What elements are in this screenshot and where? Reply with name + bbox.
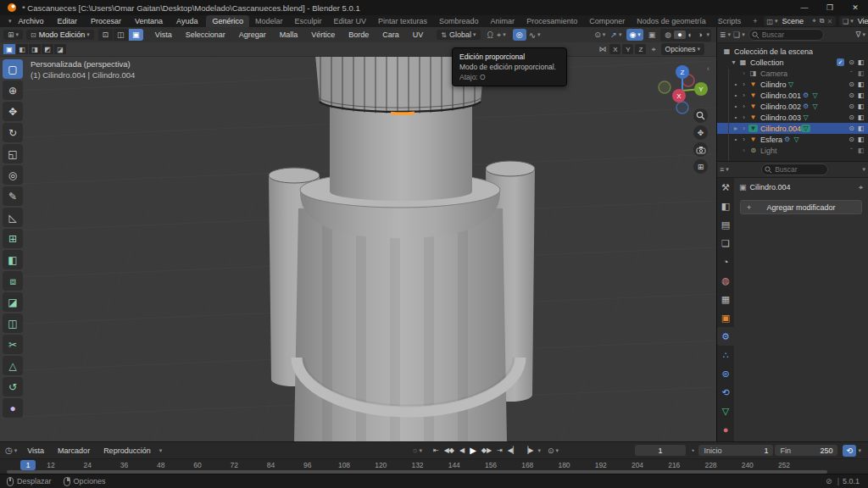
render-visibility-icon[interactable]: ◧ (856, 69, 865, 77)
minimize-button[interactable]: — (792, 3, 817, 12)
viewport-canvas[interactable] (0, 42, 716, 441)
properties-tab-view-layer[interactable]: ❏ (717, 234, 734, 252)
timeline-menu-marcador[interactable]: Marcador (51, 446, 97, 455)
tool-loop-cut[interactable]: ◫ (3, 313, 23, 333)
mesh-data-icon[interactable]: ▽ (801, 114, 810, 121)
object-name[interactable]: Esfera (760, 136, 782, 144)
outliner-search-input[interactable] (748, 29, 824, 41)
disclosure-chevron[interactable]: › (739, 147, 748, 154)
timeline-ruler[interactable]: 1224364860728496108120132144156168180192… (0, 458, 868, 474)
render-visibility-icon[interactable]: ◧ (856, 114, 865, 121)
current-frame-marker[interactable]: 1 (20, 460, 36, 470)
properties-tab-output[interactable]: ▤ (717, 215, 734, 234)
transport-play[interactable]: ▶ (467, 446, 479, 455)
render-visibility-icon[interactable]: ◧ (856, 147, 865, 154)
gizmo-axis-neg-y[interactable] (659, 81, 670, 93)
snap-target[interactable]: ⌖▾ (497, 30, 506, 40)
properties-tab-physics[interactable]: ⊚ (717, 364, 734, 383)
object-name[interactable]: Cilindro.003 (760, 114, 801, 122)
object-name[interactable]: Collection (750, 58, 784, 67)
scene-collection-row[interactable]: ▦ Colección de la escena (717, 46, 868, 57)
network-offline-icon[interactable]: ⊘ (826, 477, 832, 485)
copy-scene-icon[interactable]: ⧉ (820, 17, 825, 25)
vertex-select-mode[interactable]: ⊡ (98, 29, 113, 41)
model-neck[interactable] (330, 103, 472, 201)
add-modifier-button[interactable]: + Agregar modificador (740, 200, 862, 214)
tool-transform[interactable]: ◎ (3, 165, 23, 185)
frame-start-field[interactable]: Inicio 1 (698, 445, 773, 456)
outliner-row-cilindro[interactable]: •›▼Cilindro▽⊙◧ (717, 79, 868, 90)
select-mode-invert[interactable]: ◩ (42, 44, 53, 54)
visibility-eye-icon[interactable]: ⊙ (847, 80, 856, 88)
outliner-row-cilindro-002[interactable]: •›▼Cilindro.002⚙▽⊙◧ (717, 101, 868, 112)
render-visibility-icon[interactable]: ◧ (856, 103, 865, 110)
editor-type-button[interactable]: ⊞▾ (3, 30, 23, 40)
outliner-row-light[interactable]: ›⊚Light˘◧ (717, 145, 868, 156)
sidebar-collapse-arrow[interactable]: ‹ (707, 64, 709, 73)
viewport-area[interactable]: ▣ ◧ ◨ ◩ ◪ ⋈ X Y Z ⌖ Opciones ▾ ▢⊕✥↻◱◎✎◺⊞… (0, 42, 716, 441)
modifier-icon[interactable]: ⚙ (782, 136, 792, 143)
object-name[interactable]: Cilindro (760, 80, 787, 89)
proportional-falloff[interactable]: ∿▾ (529, 30, 541, 40)
proportional-editing-button[interactable]: ◎ (513, 29, 526, 41)
tab-nodos-de-geometria[interactable]: Nodos de geometría (631, 15, 712, 27)
properties-editor-icon[interactable]: ≡ (720, 165, 724, 174)
viewport-menu-malla[interactable]: Malla (273, 30, 305, 39)
menu-ayuda[interactable]: Ayuda (170, 17, 204, 25)
tool-rotate[interactable]: ↻ (3, 123, 23, 142)
mesh-data-icon[interactable]: ▽ (801, 125, 810, 132)
render-visibility-icon[interactable]: ◧ (856, 58, 865, 66)
tab-esculpir[interactable]: Esculpir (289, 15, 328, 27)
tool-cursor[interactable]: ⊕ (3, 80, 23, 100)
tab-componer[interactable]: Componer (583, 15, 631, 27)
tool-annotate[interactable]: ✎ (3, 186, 23, 206)
pan-button[interactable]: ✥ (693, 125, 708, 140)
mesh-data-icon[interactable]: ▽ (810, 103, 820, 110)
mirror-x-toggle[interactable]: X (609, 44, 620, 54)
tab-procesamiento[interactable]: Procesamiento (520, 15, 583, 27)
transport-jump-to-end[interactable]: ⇥ (494, 446, 505, 454)
outliner-search[interactable] (748, 29, 824, 41)
tool-knife[interactable]: ✂ (3, 335, 23, 354)
transport-jump-to-start[interactable]: ⇤ (431, 446, 442, 454)
viewport-menu-borde[interactable]: Borde (342, 30, 376, 39)
record-button[interactable]: ○ (413, 446, 417, 455)
mirror-y-toggle[interactable]: Y (622, 44, 633, 54)
properties-tab-collection[interactable]: ▦ (717, 290, 734, 308)
tool-options-dropdown[interactable]: Opciones ▾ (661, 43, 704, 55)
outliner-row-cilindro-004[interactable]: ▸›▼Cilindro.004▽⊙◧ (717, 123, 868, 134)
zoom-button[interactable] (693, 108, 708, 123)
disclosure-chevron[interactable]: ▾ (729, 58, 738, 66)
stopwatch-icon[interactable]: ◔ (690, 446, 694, 455)
visibility-eye-icon[interactable]: ⊙ (847, 136, 856, 143)
object-name[interactable]: Camera (760, 69, 787, 78)
object-name[interactable]: Cilindro.004 (760, 125, 801, 133)
disclosure-chevron[interactable]: › (739, 103, 748, 110)
keying-set-icon[interactable]: ⊙ (548, 446, 554, 455)
outliner-row-cilindro-003[interactable]: •›▼Cilindro.003▽⊙◧ (717, 112, 868, 123)
close-button[interactable]: ✕ (843, 3, 868, 12)
snap-magnet-icon[interactable]: Ω (487, 30, 493, 40)
frame-end-field[interactable]: Fin 250 (775, 445, 837, 456)
outliner-row-camera[interactable]: ›◨Camera˘◧ (717, 68, 868, 79)
gizmos-toggle[interactable]: ↗▾ (610, 30, 621, 39)
scene-selector[interactable]: ◫▾ Scene ⌖ ⧉ ✕ (764, 16, 837, 26)
render-visibility-icon[interactable]: ◧ (856, 92, 865, 99)
pin-properties-icon[interactable]: ⌖ (859, 183, 863, 192)
shading-wireframe[interactable]: ◍ (662, 30, 674, 39)
tool-add-cube[interactable]: ⊞ (3, 229, 23, 248)
properties-header-dropdown[interactable]: ▾ (863, 166, 866, 173)
viewport-menu-agregar[interactable]: Agregar (232, 30, 273, 39)
visibility-dropdown[interactable]: ⊙▾ (594, 30, 605, 39)
visibility-eye-icon[interactable]: ˘ (847, 147, 856, 154)
disclosure-chevron[interactable]: › (739, 80, 748, 88)
modifier-icon[interactable]: ⚙ (801, 103, 810, 110)
tool-select-box[interactable]: ▢ (3, 59, 23, 79)
select-mode-new[interactable]: ▣ (3, 44, 15, 54)
disclosure-chevron[interactable]: › (739, 114, 748, 121)
tab-pintar-texturas[interactable]: Pintar texturas (372, 15, 433, 27)
edge-select-mode[interactable]: ◫ (114, 29, 128, 41)
properties-tab-object[interactable]: ▣ (717, 308, 734, 327)
transport-previous-keyframe[interactable]: ◀◆ (442, 446, 457, 454)
visibility-eye-icon[interactable]: ˘ (847, 69, 856, 77)
